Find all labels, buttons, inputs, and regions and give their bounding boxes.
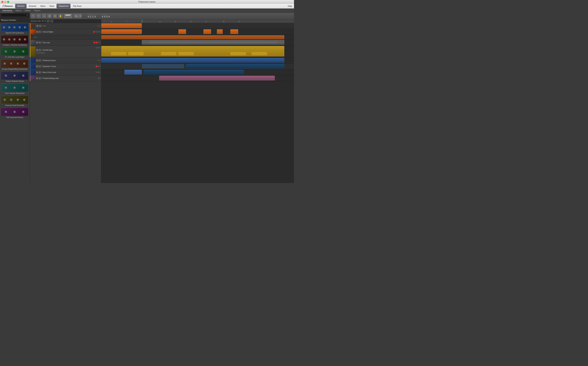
instrument-list: Algoritm FM Synthesizer Complex-1 Modula… xyxy=(0,23,30,183)
bar-select[interactable]: Bar xyxy=(74,14,82,18)
track-row-pushed: M S ⧖ Pushed Analog Lead M X xyxy=(30,75,101,81)
hand-tool-button[interactable]: ✋ xyxy=(58,14,63,18)
outrun-record-dot xyxy=(93,31,95,33)
instrument-thumb-grain xyxy=(1,84,28,92)
left-panel: ✕ ▾ Reason Studios Algoritm FM Synthesiz… xyxy=(0,13,30,183)
menu-sequencer[interactable]: Sequencer xyxy=(56,4,71,8)
zoom-tool-button[interactable]: ⊕ xyxy=(53,14,57,18)
instrument-item-id8[interactable]: ID8 Instrument Device xyxy=(1,108,29,119)
instrument-thumb-europa xyxy=(1,59,28,68)
track-row-bass-chord: M S ⧖ Bass-Chord-Lead A1 M X xyxy=(30,69,101,75)
menu-browser[interactable]: Browser xyxy=(27,4,39,8)
search-clear-button[interactable]: ✕ xyxy=(26,14,28,16)
length-group: Length 4. 0. 0. 0 xyxy=(102,14,110,18)
expander-solo[interactable]: S xyxy=(39,65,41,68)
close-button[interactable] xyxy=(1,1,3,3)
track-row-expander: M S ⧖ Expander X Keys M X xyxy=(30,63,101,69)
menubar: 🎵 Reason Devices Browser Mixer Rack Sequ… xyxy=(0,4,294,8)
tab-instruments[interactable]: Instruments xyxy=(1,9,14,13)
instrument-thumb-id8 xyxy=(1,108,28,116)
clips-row-1[interactable] xyxy=(101,23,294,29)
minimize-button[interactable] xyxy=(4,1,6,3)
search-input[interactable] xyxy=(1,14,26,16)
menu-devices[interactable]: Devices xyxy=(15,4,27,8)
sequencer-area: MANUAL REC M S + ⋮ M S ⧖ xyxy=(30,19,294,183)
reason-logo[interactable]: 🎵 Reason xyxy=(0,4,15,8)
clips-row-toploop[interactable] xyxy=(101,40,294,46)
instrument-item-algoritm[interactable]: Algoritm FM Synthesizer xyxy=(1,23,29,34)
tab-effects[interactable]: Effects xyxy=(14,9,23,13)
maximize-button[interactable] xyxy=(7,1,9,3)
clips-row-outrun[interactable] xyxy=(101,29,294,35)
timeline-ruler: 5 7 9 11 13 15 17 19 21 xyxy=(101,19,294,23)
browser-tabs: Instruments Effects Utilities Players xyxy=(0,8,294,13)
track1-fader[interactable] xyxy=(43,25,48,26)
eraser-tool-button[interactable]: ◇ xyxy=(42,14,46,18)
pencil-tool-button[interactable]: ✏ xyxy=(37,14,41,18)
track1-solo[interactable]: S xyxy=(39,25,41,27)
menu-help[interactable]: Help xyxy=(286,4,294,8)
reason-logo-icon: 🎵 xyxy=(2,5,5,7)
glistening-mute[interactable]: M xyxy=(36,59,38,61)
fat80s-icon xyxy=(31,46,36,57)
glistening-solo[interactable]: S xyxy=(39,59,41,61)
instrument-thumb-complex1 xyxy=(1,35,28,44)
track-row-1: M S ⧖ M X xyxy=(30,23,101,29)
seq-toolbar: ↖ ✏ ◇ ⊞ ⊕ ✋ SNAP Bar Position 9. 2. 1. 0… xyxy=(30,13,294,19)
menu-mixer[interactable]: Mixer xyxy=(39,4,47,8)
track-options-button[interactable]: ⋮ xyxy=(50,20,53,23)
track-row-outrun2: M X xyxy=(30,35,101,40)
track-row-outrun: M S ⧖ Outrun Nights A2 M X xyxy=(30,29,101,35)
clips-row-expander[interactable] xyxy=(101,63,294,69)
fat80s-solo[interactable]: S xyxy=(39,49,41,51)
track-row-toploop: M S ⧖ Top Loop M X xyxy=(30,40,101,46)
instrument-item-humana[interactable]: Humana Vocal Ensemble xyxy=(1,96,29,107)
position-group: Position 9. 2. 1. 0 xyxy=(88,14,96,18)
clips-row-fat80s[interactable] xyxy=(101,46,294,57)
track-row-glistening: M S ⧖ Glistening House M X xyxy=(30,57,101,63)
outrun-solo[interactable]: S xyxy=(39,30,41,33)
track1-mute[interactable]: M xyxy=(36,25,39,27)
select-tool-button[interactable]: ↖ xyxy=(31,14,35,18)
bass-chord-solo[interactable]: S xyxy=(39,71,41,74)
expander-icon xyxy=(31,64,36,69)
tab-players[interactable]: Players xyxy=(32,9,42,13)
bass-chord-icon xyxy=(31,70,36,75)
menu-rack[interactable]: Rack xyxy=(47,4,56,8)
instrument-thumb-friktion xyxy=(1,71,28,80)
menu-flip-rack[interactable]: Flip Rack xyxy=(71,4,83,8)
instrument-thumb-algoritm xyxy=(1,23,28,32)
instrument-item-friktion[interactable]: Friktion Modeled Strings xyxy=(1,71,29,83)
instrument-item-complex1[interactable]: Complex-1 Modular Synthesizer xyxy=(1,35,29,46)
instrument-item-drocto[interactable]: Dr. Octo Rex Loop Player xyxy=(1,47,29,58)
instrument-item-europa[interactable]: Europa Shapeshifting Synthesizer xyxy=(1,59,29,70)
search-bar: ✕ xyxy=(0,13,30,18)
track-header-m: M xyxy=(42,20,43,22)
tab-utilities[interactable]: Utilities xyxy=(23,9,32,13)
toploop-rec-dot2 xyxy=(95,41,98,44)
select-region-button[interactable]: ⊞ xyxy=(47,14,52,18)
instrument-thumb-drocto xyxy=(1,47,28,56)
add-track-button[interactable]: + xyxy=(47,20,49,23)
toploop-solo[interactable]: S xyxy=(39,41,41,44)
clips-row-bass-chord[interactable] xyxy=(101,69,294,75)
expander-mute[interactable]: M xyxy=(36,65,38,68)
track-row-fat80s: M S ⧖ Fat 80s Bass (Mod Wheel) A2 M X xyxy=(30,46,101,57)
track1-rec-icon: M X xyxy=(98,25,101,27)
toploop-icon xyxy=(31,40,36,45)
toploop-mute[interactable]: M xyxy=(36,41,38,44)
clips-row-pushed[interactable] xyxy=(101,75,294,81)
window-title: Polyscreen.reason xyxy=(139,1,156,3)
snap-button[interactable]: SNAP xyxy=(64,14,72,18)
outrun-mute[interactable]: M xyxy=(36,30,38,33)
instrument-thumb-humana xyxy=(1,96,28,104)
glistening-icon xyxy=(31,58,36,63)
fat80s-mute[interactable]: M xyxy=(36,49,38,51)
clips-row-outrun2[interactable] xyxy=(101,35,294,40)
instrument-item-grain[interactable]: Grain Sample Manipulator xyxy=(1,84,29,95)
pushed-solo[interactable]: S xyxy=(39,77,41,79)
bass-chord-mute[interactable]: M xyxy=(36,71,38,74)
pushed-mute[interactable]: M xyxy=(36,77,38,79)
clips-row-glistening[interactable] xyxy=(101,57,294,63)
outrun-icon xyxy=(31,30,36,34)
